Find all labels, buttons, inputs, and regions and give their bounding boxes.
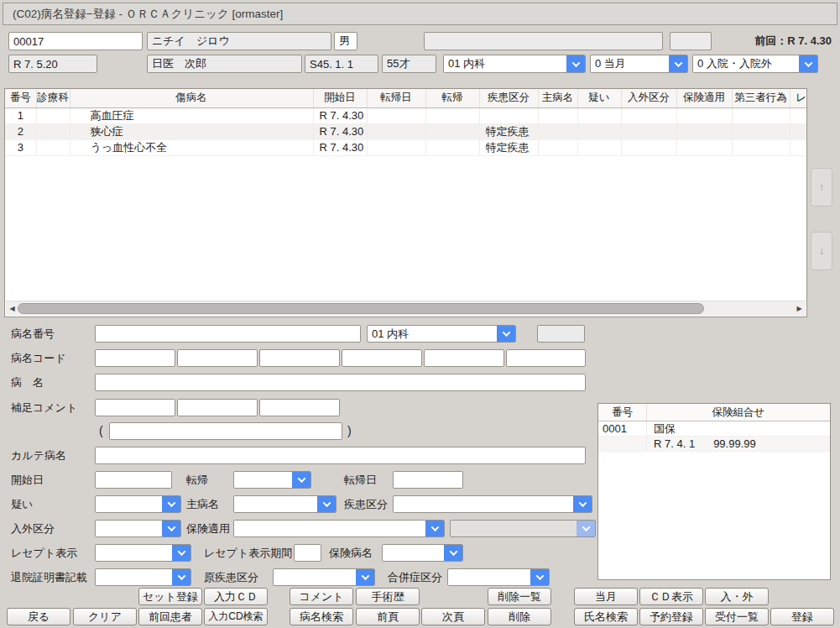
tenki-date-input[interactable] <box>393 471 463 489</box>
chevron-down-icon[interactable] <box>799 55 817 72</box>
window-title: (C02)病名登録−登録 - ＯＲＣＡクリニック [ormaster] <box>13 7 283 22</box>
byomei-code-input-6[interactable] <box>506 349 586 367</box>
patient-id-input[interactable] <box>8 32 143 50</box>
gappeisho-select[interactable] <box>447 568 550 586</box>
delete-button[interactable]: 削除 <box>488 608 551 625</box>
genshikkan-label: 原疾患区分 <box>204 568 258 586</box>
chevron-down-icon[interactable] <box>292 472 310 488</box>
input-cd-button[interactable]: 入力ＣＤ <box>204 588 268 605</box>
start-date-label: 開始日 <box>11 471 44 489</box>
chevron-down-icon[interactable] <box>425 521 444 536</box>
previous-patient-button[interactable]: 前回患者 <box>138 608 202 625</box>
chevron-down-icon[interactable] <box>669 55 687 72</box>
chevron-down-icon[interactable] <box>162 496 180 512</box>
chevron-down-icon[interactable] <box>317 496 336 512</box>
scroll-left-icon[interactable]: ◀ <box>7 301 18 316</box>
byomei-number-label: 病名番号 <box>11 325 55 343</box>
hoken-byomei-select[interactable] <box>382 544 463 562</box>
department-select[interactable]: 01 内科 <box>443 55 586 73</box>
patient-name-field <box>147 55 302 73</box>
insurance-row[interactable]: R 7. 4. 199.99.99 <box>598 437 830 452</box>
hoken-tekiyo-select[interactable] <box>233 520 445 537</box>
chevron-down-icon[interactable] <box>172 569 190 585</box>
note-field <box>424 32 663 50</box>
title-bar: (C02)病名登録−登録 - ＯＲＣＡクリニック [ormaster] <box>3 3 837 25</box>
table-row[interactable]: 1 高血圧症R 7. 4.30 <box>5 107 807 123</box>
name-search-button[interactable]: 氏名検索 <box>574 608 638 625</box>
scroll-right-icon[interactable]: ▶ <box>794 301 805 316</box>
input-cd-search-button[interactable]: 入力CD検索 <box>204 608 268 625</box>
hoken-byomei-label: 保険病名 <box>329 544 373 562</box>
gappeisho-label: 合併症区分 <box>388 568 442 586</box>
back-button[interactable]: 戻る <box>7 608 70 625</box>
utagai-select[interactable] <box>95 495 181 513</box>
move-up-button[interactable]: ↑ <box>811 168 832 207</box>
hosoku-comment-label: 補足コメント <box>11 399 77 416</box>
tenki-date-label: 転帰日 <box>344 471 377 489</box>
chevron-down-icon[interactable] <box>172 545 190 561</box>
byomei-code-input-4[interactable] <box>342 349 422 367</box>
hosoku-comment-input-1[interactable] <box>95 399 175 416</box>
register-button[interactable]: 登録 <box>770 608 834 625</box>
clear-button[interactable]: クリア <box>73 608 137 625</box>
genshikkan-select[interactable] <box>273 568 375 586</box>
form-department-select[interactable]: 01 内科 <box>367 325 516 343</box>
in-out-button[interactable]: 入・外 <box>705 588 769 605</box>
shikkan-kubun-select[interactable] <box>393 495 592 513</box>
hosoku-comment-input-2[interactable] <box>177 399 258 416</box>
reservation-button[interactable]: 予約登録 <box>639 608 703 625</box>
karte-byomei-input[interactable] <box>95 447 586 464</box>
shubyomei-select[interactable] <box>233 495 337 513</box>
surgery-history-button[interactable]: 手術歴 <box>356 588 420 605</box>
chevron-down-icon[interactable] <box>444 545 462 561</box>
utagai-label: 疑い <box>11 495 33 513</box>
byomei-code-input-3[interactable] <box>259 349 340 367</box>
chevron-down-icon[interactable] <box>566 55 585 72</box>
hosoku-comment-input-3[interactable] <box>259 399 340 416</box>
discharge-cert-select[interactable] <box>95 568 191 586</box>
byomei-number-input[interactable] <box>95 325 361 343</box>
byomei-input[interactable] <box>95 374 586 391</box>
next-page-button[interactable]: 次頁 <box>421 608 485 625</box>
byomei-code-input-2[interactable] <box>177 349 258 367</box>
byomei-code-input-5[interactable] <box>424 349 504 367</box>
hoken-tekiyo-sub-select <box>450 520 596 537</box>
byomei-code-label: 病名コード <box>11 349 66 367</box>
paren-comment-input[interactable] <box>109 422 342 440</box>
comment-button[interactable]: コメント <box>290 588 353 605</box>
insurance-col-no: 番号 <box>598 404 647 421</box>
karte-byomei-label: カルテ病名 <box>11 447 66 464</box>
disease-search-button[interactable]: 病名検索 <box>290 608 353 625</box>
receipt-period-input[interactable] <box>294 544 321 562</box>
insurance-combination-panel: 番号 保険組合せ 0001 国保 R 7. 4. 199.99.99 <box>597 403 831 580</box>
chevron-down-icon[interactable] <box>530 569 549 585</box>
chevron-down-icon[interactable] <box>356 569 374 585</box>
exam-date-field <box>8 55 97 73</box>
insurance-col-combo: 保険組合せ <box>647 404 830 421</box>
move-down-button[interactable]: ↓ <box>811 232 832 270</box>
birth-date-field <box>305 55 378 73</box>
set-register-button[interactable]: セット登録 <box>138 588 202 605</box>
deleted-list-button[interactable]: 削除一覧 <box>488 588 551 605</box>
table-row[interactable]: 2 狭心症R 7. 4.30 特定疾患 <box>5 123 807 139</box>
byomei-code-input-1[interactable] <box>95 349 175 367</box>
start-date-input[interactable] <box>95 471 172 489</box>
cd-display-button[interactable]: ＣＤ表示 <box>639 588 703 605</box>
month-select[interactable]: 0 当月 <box>590 55 688 73</box>
horizontal-scrollbar[interactable]: ◀ ▶ <box>6 301 806 316</box>
table-row[interactable]: 3 うっ血性心不全R 7. 4.30 特定疾患 <box>5 139 807 155</box>
receipt-display-select[interactable] <box>95 544 191 562</box>
current-month-button[interactable]: 当月 <box>574 588 638 605</box>
receipt-period-label: レセプト表示期間 <box>204 544 292 562</box>
nyugai-kubun-select[interactable] <box>95 520 181 537</box>
tenki-select[interactable] <box>233 471 311 489</box>
chevron-down-icon[interactable] <box>573 496 592 512</box>
chevron-down-icon[interactable] <box>497 326 515 342</box>
inout-select[interactable]: 0 入院・入院外 <box>692 55 818 73</box>
discharge-cert-label: 退院証明書記載 <box>11 568 87 586</box>
reception-list-button[interactable]: 受付一覧 <box>705 608 769 625</box>
scrollbar-thumb[interactable] <box>18 303 704 314</box>
chevron-down-icon[interactable] <box>162 521 180 536</box>
insurance-row[interactable]: 0001 国保 <box>598 421 830 437</box>
prev-page-button[interactable]: 前頁 <box>356 608 420 625</box>
